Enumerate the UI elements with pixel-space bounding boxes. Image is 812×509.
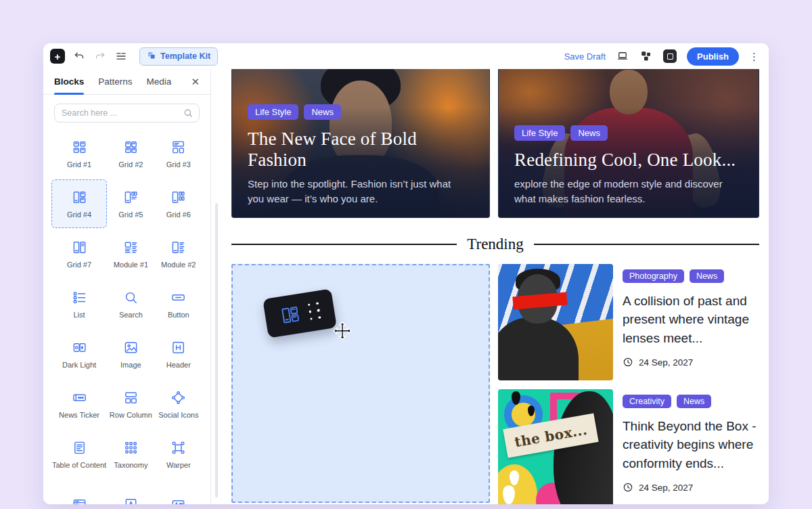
settings-panel-icon[interactable]: [663, 49, 677, 63]
category-badge[interactable]: News: [677, 395, 711, 408]
category-badge[interactable]: News: [304, 104, 341, 120]
sidebar-block-list[interactable]: List: [51, 280, 107, 328]
divider-line: [534, 244, 759, 245]
block-label: Button: [168, 311, 189, 319]
category-badge[interactable]: Life Style: [514, 125, 565, 141]
hero-2-description: explore the edge of modern style and dis…: [514, 177, 734, 206]
sidebar-block-taxonomy[interactable]: Taxonomy: [107, 430, 154, 479]
sidebar-block-warper[interactable]: Warper: [155, 430, 202, 479]
sidebar-block-button[interactable]: Button: [155, 280, 202, 328]
undo-icon[interactable]: [72, 49, 86, 63]
list-view-icon[interactable]: [114, 49, 128, 63]
tab-blocks[interactable]: Blocks: [54, 69, 84, 94]
block-label: Row Column: [110, 411, 152, 419]
sidebar-block-archive[interactable]: [51, 480, 107, 504]
letter-a-field-icon: [171, 497, 186, 505]
sidebar-block-grid-5[interactable]: Grid #5: [107, 179, 154, 228]
block-label: News Ticker: [59, 411, 99, 419]
sidebar-block-row-column[interactable]: Row Column: [107, 380, 154, 428]
sidebar-block-letter-a-field[interactable]: [155, 480, 202, 504]
save-draft-button[interactable]: Save Draft: [564, 51, 606, 62]
sidebar-block-module-1[interactable]: Module #1: [107, 229, 154, 278]
dragged-block-chip[interactable]: [263, 288, 337, 338]
block-label: Grid #2: [118, 160, 143, 169]
sidebar-block-grid-7[interactable]: Grid #7: [51, 229, 107, 278]
sidebar-block-dark-light[interactable]: Dark Light: [51, 330, 107, 378]
category-badge[interactable]: Photography: [623, 269, 684, 283]
article-1-date: 24 Sep, 2027: [639, 357, 693, 368]
publish-button[interactable]: Publish: [687, 47, 739, 66]
redo-icon[interactable]: [93, 49, 107, 63]
canvas-scrollbar[interactable]: [215, 203, 218, 497]
move-cursor-icon: [332, 321, 353, 342]
module-1-icon: [123, 240, 139, 255]
article-2-image[interactable]: the box...: [498, 389, 613, 504]
article-2: CreativityNews Think Beyond the Box - cr…: [623, 395, 766, 493]
sidebar-block-news-ticker[interactable]: News Ticker: [51, 380, 107, 428]
sidebar-block-grid-2[interactable]: Grid #2: [107, 129, 154, 178]
sidebar-block-header[interactable]: Header: [155, 330, 202, 378]
block-label: Grid #3: [166, 160, 191, 169]
tab-media[interactable]: Media: [147, 69, 172, 94]
letter-a-icon: [123, 497, 139, 505]
article-2-date: 24 Sep, 2027: [639, 483, 693, 493]
block-label: Grid #4: [67, 211, 91, 219]
preview-device-icon[interactable]: [616, 49, 629, 63]
hero-2-title: Redefining Cool, One Look...: [514, 150, 743, 171]
sidebar-tabs: Blocks Patterns Media ✕: [43, 69, 210, 95]
add-block-button[interactable]: +: [50, 49, 65, 64]
header-icon: [171, 340, 186, 355]
template-kit-button[interactable]: Template Kit: [139, 47, 218, 66]
tab-patterns[interactable]: Patterns: [98, 69, 132, 94]
block-label: Grid #7: [67, 261, 91, 269]
sidebar-block-letter-a[interactable]: [107, 480, 154, 504]
block-label: Warper: [166, 461, 191, 469]
hero-card-2[interactable]: Life StyleNews Redefining Cool, One Look…: [498, 69, 759, 218]
block-label: Taxonomy: [114, 461, 148, 469]
category-badge[interactable]: News: [570, 125, 608, 141]
sidebar-block-grid-4[interactable]: Grid #4: [51, 179, 107, 228]
block-label: Grid #1: [67, 160, 91, 169]
clock-icon: [623, 482, 633, 493]
block-label: Social Icons: [158, 411, 198, 419]
article-1: PhotographyNews A collision of past and …: [623, 269, 766, 368]
hero-1-description: Step into the spotlight. Fashion isn’t j…: [248, 177, 465, 206]
article-2-image-text: the box...: [514, 421, 589, 449]
block-label: Search: [119, 311, 143, 319]
sidebar-block-search[interactable]: Search: [107, 280, 154, 328]
block-label: Table of Content: [52, 461, 106, 469]
category-badge[interactable]: Creativity: [623, 395, 671, 408]
sidebar-block-image[interactable]: Image: [107, 330, 154, 378]
template-kit-icon: [147, 51, 156, 62]
sidebar-block-social-icons[interactable]: Social Icons: [155, 380, 202, 428]
article-2-title[interactable]: Think Beyond the Box - creativity begins…: [623, 417, 766, 472]
search-icon: [183, 108, 194, 118]
category-badge[interactable]: Life Style: [248, 104, 298, 120]
editor-canvas: Life StyleNews The New Face of Bold Fash…: [212, 69, 769, 504]
article-1-badges: PhotographyNews: [623, 269, 766, 283]
grid-2-icon: [123, 139, 139, 155]
search-input[interactable]: [54, 104, 200, 123]
block-label: Header: [166, 361, 191, 369]
article-1-title[interactable]: A collision of past and present where vi…: [623, 292, 766, 347]
sidebar-block-grid-3[interactable]: Grid #3: [155, 129, 202, 178]
block-label: Module #2: [161, 261, 196, 269]
article-2-badges: CreativityNews: [623, 395, 766, 408]
close-sidebar-icon[interactable]: ✕: [191, 69, 200, 94]
grid-7-icon: [72, 240, 87, 255]
hero-card-1[interactable]: Life StyleNews The New Face of Bold Fash…: [231, 69, 490, 218]
block-drop-zone[interactable]: [231, 264, 490, 503]
top-toolbar: + Template Kit Save Draft: [43, 43, 769, 69]
table-of-content-icon: [72, 440, 87, 456]
sidebar-block-module-2[interactable]: Module #2: [155, 229, 202, 278]
sidebar-block-table-of-content[interactable]: Table of Content: [51, 430, 107, 479]
category-badge[interactable]: News: [690, 269, 724, 283]
row-column-icon: [123, 390, 139, 405]
grid-4-icon: [72, 190, 87, 205]
sidebar-block-grid-6[interactable]: Grid #6: [155, 179, 202, 228]
social-icons-icon: [171, 390, 186, 405]
options-kebab-icon[interactable]: ⋮: [749, 51, 759, 62]
blocks-cluster-icon[interactable]: [639, 49, 653, 63]
article-1-image[interactable]: [498, 264, 613, 380]
sidebar-block-grid-1[interactable]: Grid #1: [51, 129, 107, 178]
